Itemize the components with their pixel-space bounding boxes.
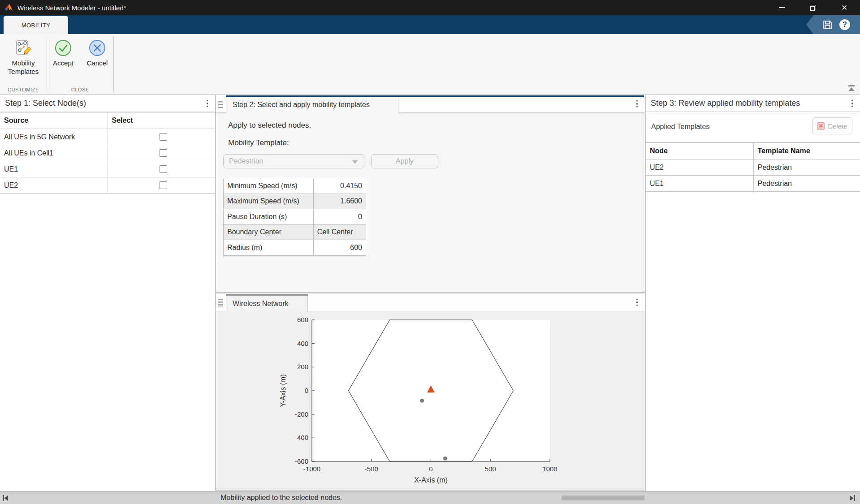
mobility-templates-button[interactable]: Mobility Templates — [3, 38, 44, 76]
group-label-customize: CUSTOMIZE — [0, 87, 47, 92]
tab-wireless-network[interactable]: Wireless Network — [226, 296, 308, 311]
node-source-row[interactable]: UE1 — [0, 161, 215, 177]
parameter-value[interactable]: 600 — [313, 240, 366, 256]
x-tick-label: 1000 — [542, 465, 557, 473]
ue-marker[interactable] — [420, 399, 424, 403]
network-plot: -600-400-2000200400600-1000-50005001000X… — [216, 311, 645, 491]
wireless-network-tab-title: Wireless Network — [233, 300, 288, 308]
panel-drag-handle-icon[interactable] — [218, 101, 223, 108]
parameter-row: Maximum Speed (m/s)1.6600 — [224, 194, 366, 209]
node-source-row[interactable]: UE2 — [0, 177, 215, 194]
help-icon[interactable]: ? — [839, 19, 850, 30]
step2-tab-title: Step 2: Select and apply mobility templa… — [233, 101, 370, 109]
y-axis-label: Y-Axis (m) — [279, 374, 287, 407]
status-bar: Mobility applied to the selected nodes. — [0, 491, 860, 504]
chevron-down-icon — [352, 160, 358, 164]
applied-templates-row: Applied Templates ✕ Delete — [651, 117, 855, 135]
parameter-name: Radius (m) — [224, 240, 314, 256]
step2-tabbar: Step 2: Select and apply mobility templa… — [216, 95, 645, 113]
source-cell: All UEs in 5G Network — [0, 129, 108, 145]
y-tick-label: -400 — [295, 434, 308, 441]
select-cell — [108, 145, 215, 161]
parameter-row: Radius (m)600 — [224, 240, 366, 256]
cancel-label: Cancel — [87, 59, 108, 67]
main-area: Step 1: Select Node(s) Source Select All… — [0, 95, 860, 491]
mobility-templates-label: Mobility Templates — [3, 59, 44, 76]
titlebar: Wireless Network Modeler - untitled* ✕ — [0, 0, 860, 15]
parameter-value[interactable]: 0.4150 — [313, 178, 366, 194]
collapse-ribbon-button[interactable] — [848, 85, 855, 91]
mobility-template-value: Pedestrian — [229, 157, 264, 165]
status-message: Mobility applied to the selected nodes. — [220, 494, 342, 502]
select-cell — [108, 129, 215, 145]
minimize-button[interactable] — [766, 0, 797, 15]
select-checkbox[interactable] — [160, 165, 167, 173]
wireless-network-menu-icon[interactable] — [636, 298, 638, 306]
source-cell: All UEs in Cell1 — [0, 145, 108, 161]
select-checkbox[interactable] — [160, 133, 167, 141]
node-cell: UE1 — [646, 176, 753, 192]
select-cell — [108, 177, 215, 194]
toolbar-group-close: Accept Cancel CLOSE — [47, 34, 113, 95]
applied-template-row[interactable]: UE2Pedestrian — [646, 159, 860, 176]
table-underline — [223, 257, 366, 257]
panel-drag-handle-icon[interactable] — [218, 299, 223, 306]
parameter-value[interactable]: Cell Center — [313, 224, 366, 240]
cancel-button[interactable]: Cancel — [82, 38, 112, 67]
quick-access-toolbar: ? — [806, 15, 860, 34]
mobility-template-dropdown[interactable]: Pedestrian — [223, 154, 364, 168]
tab-step2[interactable]: Step 2: Select and apply mobility templa… — [226, 97, 398, 113]
horizontal-scrollbar-thumb[interactable] — [562, 495, 644, 500]
collapse-right-panel-icon[interactable] — [850, 495, 858, 501]
x-tick-label: -1000 — [303, 465, 320, 473]
parameter-value[interactable]: 1.6600 — [313, 194, 366, 209]
close-button[interactable]: ✕ — [829, 0, 860, 15]
template-name-cell: Pedestrian — [753, 159, 860, 176]
x-tick-label: -500 — [365, 465, 378, 473]
apply-button[interactable]: Apply — [371, 154, 438, 168]
step3-menu-icon[interactable] — [851, 99, 853, 107]
applied-templates-table: Node Template Name UE2PedestrianUE1Pedes… — [646, 142, 860, 192]
step3-panel-header: Step 3: Review applied mobility template… — [646, 95, 860, 112]
restore-button[interactable] — [797, 0, 829, 15]
parameter-value[interactable]: 0 — [313, 209, 366, 225]
cancel-x-icon — [88, 39, 106, 57]
step2-panel: Step 2: Select and apply mobility templa… — [216, 95, 645, 292]
y-tick-label: 200 — [297, 363, 308, 370]
parameter-name: Pause Duration (s) — [224, 209, 314, 225]
toolbar-divider — [113, 36, 114, 92]
step3-title: Step 3: Review applied mobility template… — [651, 99, 800, 108]
delete-x-icon: ✕ — [817, 122, 825, 130]
tab-mobility[interactable]: MOBILITY — [4, 16, 68, 34]
ue-marker[interactable] — [443, 457, 447, 461]
applied-template-row[interactable]: UE1Pedestrian — [646, 176, 860, 192]
step1-panel: Step 1: Select Node(s) Source Select All… — [0, 95, 215, 491]
template-name-cell: Pedestrian — [753, 176, 860, 192]
y-tick-label: 0 — [305, 387, 308, 394]
save-icon[interactable] — [822, 19, 833, 30]
accept-label: Accept — [53, 59, 73, 67]
mobility-template-label: Mobility Template: — [228, 138, 289, 147]
delete-button[interactable]: ✕ Delete — [812, 117, 852, 134]
step1-title: Step 1: Select Node(s) — [5, 99, 86, 108]
column-header-source: Source — [0, 112, 108, 129]
apply-label: Apply — [396, 157, 414, 165]
mobility-templates-icon — [14, 39, 32, 57]
step2-menu-icon[interactable] — [636, 100, 638, 108]
step1-menu-icon[interactable] — [207, 99, 208, 107]
parameter-name: Minimum Speed (m/s) — [224, 178, 314, 194]
parameter-row: Minimum Speed (m/s)0.4150 — [224, 178, 366, 194]
node-source-row[interactable]: All UEs in Cell1 — [0, 145, 215, 161]
column-header-select: Select — [108, 112, 215, 129]
template-parameters: Minimum Speed (m/s)0.4150Maximum Speed (… — [223, 178, 366, 257]
select-checkbox[interactable] — [160, 181, 167, 189]
accept-check-icon — [54, 39, 72, 57]
node-source-row[interactable]: All UEs in 5G Network — [0, 129, 215, 145]
collapse-left-panel-icon[interactable] — [3, 495, 11, 501]
restore-icon — [810, 5, 816, 11]
step1-panel-header: Step 1: Select Node(s) — [0, 95, 215, 112]
wireless-network-tabbar: Wireless Network — [216, 293, 645, 311]
template-parameter-table: Minimum Speed (m/s)0.4150Maximum Speed (… — [223, 178, 366, 256]
select-checkbox[interactable] — [160, 149, 167, 157]
accept-button[interactable]: Accept — [48, 38, 78, 67]
